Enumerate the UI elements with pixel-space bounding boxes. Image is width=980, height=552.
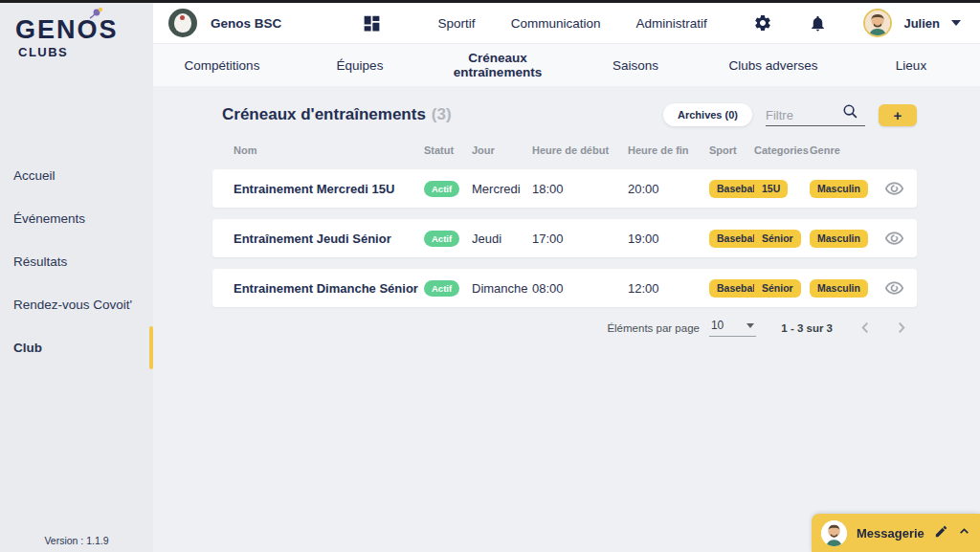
logo-suffix-text: CLUBS [18, 45, 68, 59]
row-day: Dimanche [472, 281, 532, 296]
sidebar-nav: AccueilÉvénementsRésultatsRendez-vous Co… [0, 154, 153, 369]
chevron-down-icon [951, 20, 961, 26]
row-genre-cell: Masculin [810, 230, 875, 248]
genre-badge: Masculin [810, 180, 868, 198]
row-sport-cell: Baseball [709, 230, 754, 248]
sidebar-item-r-sultats[interactable]: Résultats [0, 240, 153, 283]
row-status-cell: Actif [424, 280, 472, 297]
sidebar-item-accueil[interactable]: Accueil [0, 154, 153, 197]
topbar-menu-communication[interactable]: Communication [511, 16, 601, 31]
items-per-page-label: Éléments par page [607, 322, 700, 334]
page-title-count: (3) [432, 105, 452, 123]
messenger-bar[interactable]: Messagerie [812, 514, 980, 552]
topbar-right: Julien [753, 9, 980, 37]
notifications-bell-icon[interactable] [809, 14, 827, 33]
chevron-up-icon[interactable] [958, 525, 970, 541]
category-badge: 15U [754, 180, 788, 198]
list-controls: Archives (0) + [663, 103, 917, 126]
table-header-row: NomStatutJourHeure de débutHeure de finS… [212, 131, 917, 169]
main-content: Créneaux d'entraînements(3) Archives (0)… [153, 86, 980, 337]
search-icon[interactable] [842, 103, 858, 122]
topbar-menu-sportif[interactable]: Sportif [438, 16, 476, 31]
status-badge: Actif [424, 181, 459, 197]
row-start-time: 18:00 [532, 182, 628, 196]
pagination: Éléments par page 10 1 - 3 sur 3 [212, 319, 917, 337]
tab-saisons[interactable]: Saisons [567, 58, 704, 73]
title-row: Créneaux d'entraînements(3) Archives (0)… [212, 99, 917, 131]
column-header: Genre [810, 144, 875, 156]
column-header: Heure de début [532, 144, 628, 156]
tab-clubs-adverses[interactable]: Clubs adverses [704, 58, 842, 73]
archives-button[interactable]: Archives (0) [663, 103, 752, 126]
subnav-tabs: CompétitionsÉquipesCréneaux entraînement… [153, 44, 980, 86]
page-title-text: Créneaux d'entraînements [222, 105, 426, 123]
tab-comp-titions[interactable]: Compétitions [153, 58, 291, 73]
row-start-time: 08:00 [532, 281, 628, 296]
topbar: Genos BSC SportifCommunicationAdministra… [153, 3, 980, 44]
row-start-time: 17:00 [532, 232, 628, 246]
row-genre-cell: Masculin [810, 279, 875, 298]
messenger-avatar [821, 520, 847, 546]
user-avatar [863, 9, 892, 37]
row-end-time: 19:00 [628, 232, 709, 246]
tab-lieux[interactable]: Lieux [842, 58, 980, 73]
row-day: Mercredi [472, 182, 532, 196]
logo-flourish-icon [88, 7, 103, 23]
table-row[interactable]: Entrainement Mercredi 15UActifMercredi18… [212, 169, 917, 208]
filter-input[interactable] [766, 108, 842, 122]
row-name: Entrainement Dimanche Sénior [234, 281, 424, 296]
pagination-range: 1 - 3 sur 3 [781, 322, 833, 334]
view-eye-icon[interactable] [875, 278, 913, 298]
window-top-edge [0, 0, 980, 3]
column-header: Nom [234, 144, 424, 156]
row-status-cell: Actif [424, 181, 472, 197]
sidebar-item-rendez-vous-covoit-[interactable]: Rendez-vous Covoit' [0, 283, 153, 326]
row-status-cell: Actif [424, 231, 472, 247]
club-name: Genos BSC [211, 16, 281, 31]
user-name: Julien [903, 16, 940, 31]
compose-pencil-icon[interactable] [934, 524, 948, 541]
user-menu[interactable]: Julien [863, 9, 961, 37]
tab-cr-neaux-entra-nements[interactable]: Créneaux entraînements [429, 51, 567, 79]
sidebar-item-club[interactable]: Club [0, 326, 153, 369]
table-row[interactable]: Entraînement Jeudi SéniorActifJeudi17:00… [212, 219, 917, 257]
chevron-down-icon [746, 323, 754, 328]
page-title: Créneaux d'entraînements(3) [212, 105, 452, 124]
row-name: Entraînement Jeudi Sénior [234, 232, 424, 246]
version-label: Version : 1.1.9 [0, 535, 153, 546]
topbar-menu-administratif[interactable]: Administratif [636, 16, 707, 31]
messenger-actions [934, 524, 970, 541]
tab--quipes[interactable]: Équipes [291, 58, 429, 73]
row-genre-cell: Masculin [810, 180, 875, 198]
sidebar-item--v-nements[interactable]: Événements [0, 197, 153, 240]
club-crest-icon [168, 9, 197, 37]
genre-badge: Masculin [810, 279, 868, 298]
filter-field [766, 103, 865, 126]
status-badge: Actif [424, 280, 459, 297]
table-row[interactable]: Entrainement Dimanche SéniorActifDimanch… [212, 269, 917, 307]
row-category-cell: 15U [754, 180, 810, 198]
club-selector[interactable]: Genos BSC [153, 9, 354, 37]
topbar-menu: SportifCommunicationAdministratif [382, 16, 753, 31]
settings-gear-icon[interactable] [753, 13, 772, 33]
add-button[interactable]: + [879, 104, 917, 126]
messenger-label: Messagerie [857, 526, 924, 541]
column-header: Sport [709, 144, 754, 156]
items-per-page: Éléments par page 10 [607, 319, 756, 337]
row-category-cell: Sénior [754, 279, 810, 298]
apps-grid-icon[interactable] [362, 13, 382, 33]
category-badge: Sénior [754, 279, 801, 298]
view-eye-icon[interactable] [875, 179, 913, 199]
row-end-time: 12:00 [628, 281, 709, 296]
previous-page-button[interactable] [858, 320, 874, 336]
row-name: Entrainement Mercredi 15U [234, 182, 424, 196]
next-page-button[interactable] [893, 320, 909, 336]
items-per-page-select[interactable]: 10 [709, 319, 756, 337]
app-logo: GENOSCLUBS [0, 3, 153, 56]
column-header: Categories [754, 144, 810, 156]
view-eye-icon[interactable] [875, 229, 913, 249]
pager-arrows [858, 320, 909, 336]
sidebar: GENOSCLUBS AccueilÉvénementsRésultatsRen… [0, 3, 153, 552]
row-sport-cell: Baseball [709, 180, 754, 198]
row-sport-cell: Baseball [709, 279, 754, 298]
